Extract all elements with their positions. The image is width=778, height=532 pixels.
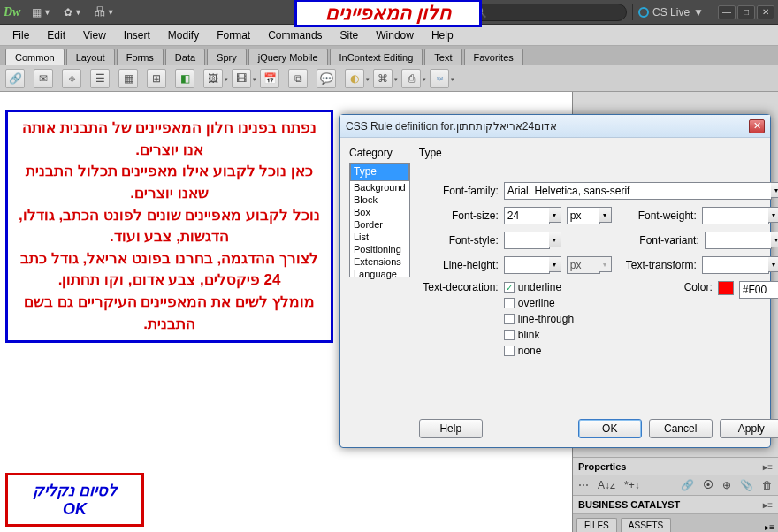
font-weight-select[interactable] [702,207,769,224]
tab-favorites[interactable]: Favorites [464,49,523,65]
named-anchor-tool[interactable]: ⎆ [62,69,81,88]
chevron-down-icon[interactable]: ▾ [599,207,612,223]
image-tool[interactable]: 🖼▾ [203,69,223,88]
menu-site[interactable]: Site [332,27,368,44]
menu-edit[interactable]: Edit [38,27,74,44]
window-restore-button[interactable]: □ [737,5,755,19]
comment-tool[interactable]: 💬 [317,69,336,88]
table-tool[interactable]: ▦ [118,69,138,88]
font-variant-select[interactable] [705,232,772,249]
line-through-checkbox[interactable]: line-through [504,313,574,325]
search-input[interactable]: 🔍 [468,4,627,21]
overline-checkbox[interactable]: overline [504,297,574,309]
cslive-button[interactable]: CS Live ▼ [632,4,709,20]
font-size-input[interactable] [504,207,550,224]
files-panel: FILES ASSETS ▸≡ [573,513,778,532]
workspace-menu[interactable]: ✿▼ [60,4,86,20]
chevron-down-icon[interactable]: ▾ [549,232,561,247]
category-border[interactable]: Border [350,218,409,231]
font-family-select[interactable] [504,182,772,200]
templates-tool[interactable]: ⎙▾ [401,69,421,88]
panel-menu-icon[interactable]: ▸≡ [765,522,774,532]
div-tool[interactable]: ⊞ [147,69,166,88]
none-checkbox[interactable]: none [504,345,574,357]
underline-checkbox[interactable]: ✓underline [504,281,574,293]
hyperlink-tool[interactable]: 🔗 [5,69,25,88]
line-height-input[interactable] [504,256,550,274]
font-style-select[interactable] [504,232,550,249]
tab-common[interactable]: Common [5,49,65,65]
window-minimize-button[interactable]: — [718,5,736,19]
menu-format[interactable]: Format [208,27,259,44]
email-link-tool[interactable]: ✉ [34,69,53,88]
script-tool[interactable]: ⌘▾ [373,69,393,88]
tab-layout[interactable]: Layout [66,49,115,65]
chevron-down-icon[interactable]: ▾ [771,182,778,198]
blink-checkbox[interactable]: blink [504,329,574,341]
menu-window[interactable]: Window [367,27,423,44]
hr-tool[interactable]: ☰ [90,69,110,88]
dialog-close-button[interactable]: ✕ [749,119,765,133]
filter-icon[interactable]: *+↓ [624,479,640,491]
category-extensions[interactable]: Extensions [350,255,409,268]
tab-spry[interactable]: Spry [207,49,247,65]
ok-button[interactable]: OK [578,419,642,438]
link-icon[interactable]: 🔗 [681,479,694,491]
chevron-down-icon[interactable]: ▾ [768,256,778,272]
tab-incontext-editing[interactable]: InContext Editing [330,49,423,65]
font-family-label: Font-family: [419,185,499,197]
extend-menu[interactable]: 品▼ [91,3,118,21]
tab-assets[interactable]: ASSETS [621,518,671,532]
chevron-down-icon[interactable]: ▾ [768,207,778,223]
menu-view[interactable]: View [74,27,115,44]
head-tool[interactable]: ◐▾ [345,69,364,88]
dialog-titlebar[interactable]: CSS Rule definition for .אדום24אריאלקותח… [340,115,770,138]
category-list[interactable]: List [350,231,409,243]
ssi-tool[interactable]: ⧉ [288,69,308,88]
properties-title: Properties [578,461,626,472]
category-block[interactable]: Block [350,194,409,206]
date-tool[interactable]: 📅 [260,69,279,88]
media-tool[interactable]: 🎞▾ [232,69,251,88]
chevron-down-icon[interactable]: ▾ [771,232,778,247]
attach-icon[interactable]: 📎 [740,479,753,491]
category-list[interactable]: Type Background Block Box Border List Po… [349,163,410,277]
help-button[interactable]: Help [419,419,483,438]
widget-tool[interactable]: ◧ [175,69,194,88]
font-size-unit[interactable] [567,207,600,224]
panel-menu-icon[interactable]: ▸≡ [763,462,773,472]
tab-forms[interactable]: Forms [117,49,164,65]
color-input[interactable] [739,281,778,299]
tab-data[interactable]: Data [165,49,205,65]
font-style-label: Font-style: [419,234,499,247]
chevron-down-icon[interactable]: ▾ [549,207,561,223]
layout-menu[interactable]: ▦▼ [28,4,55,20]
category-type[interactable]: Type [350,163,409,181]
panel-collapse-icon[interactable]: ▸≡ [763,500,773,510]
tag-chooser-tool[interactable]: ⎃▾ [430,69,449,88]
color-swatch[interactable] [718,281,734,295]
trash-icon[interactable]: 🗑 [762,479,773,491]
menu-file[interactable]: File [4,27,38,44]
tag-icon[interactable]: ⋯ [578,479,589,491]
options-icon[interactable]: ⦿ [703,479,713,491]
menu-insert[interactable]: Insert [115,27,159,44]
cancel-button[interactable]: Cancel [649,419,713,438]
chevron-down-icon[interactable]: ▾ [549,256,561,272]
tab-text[interactable]: Text [424,49,461,65]
category-background[interactable]: Background [350,181,409,194]
tab-files[interactable]: FILES [576,518,617,532]
new-rule-icon[interactable]: ⊕ [722,479,731,491]
window-close-button[interactable]: ✕ [757,5,774,19]
category-box[interactable]: Box [350,206,409,218]
tab-jquery-mobile[interactable]: jQuery Mobile [248,49,328,65]
category-positioning[interactable]: Positioning [350,243,409,255]
category-language[interactable]: Language [350,268,409,280]
menu-commands[interactable]: Commands [259,27,331,44]
az-sort-icon[interactable]: A↓z [598,479,615,491]
menu-help[interactable]: Help [423,27,462,44]
apply-button[interactable]: Apply [720,419,778,438]
menu-modify[interactable]: Modify [159,27,208,44]
dialog-rule-name: .אדום24אריאלקותחתון [453,120,557,133]
text-transform-select[interactable] [702,256,769,274]
